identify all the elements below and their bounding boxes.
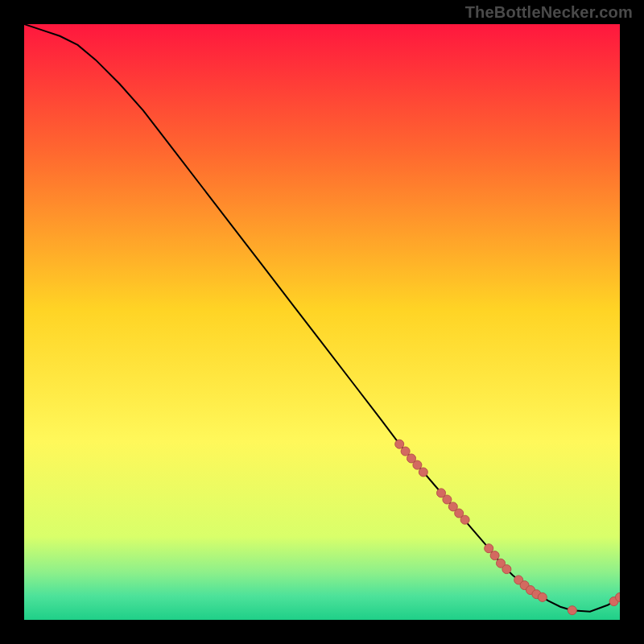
data-point xyxy=(538,592,547,601)
data-point xyxy=(460,515,469,524)
data-point xyxy=(443,495,452,504)
data-point xyxy=(502,565,511,574)
data-point xyxy=(490,551,499,560)
data-point xyxy=(419,468,427,477)
chart-svg xyxy=(24,24,620,620)
data-point xyxy=(568,606,576,615)
plot-frame xyxy=(24,24,620,620)
data-point xyxy=(401,447,410,456)
data-point xyxy=(413,460,422,469)
watermark-text: TheBottleNecker.com xyxy=(465,3,633,22)
data-point xyxy=(395,440,404,448)
data-point xyxy=(485,544,493,553)
chart-stage: TheBottleNecker.com xyxy=(0,0,644,644)
gradient-background xyxy=(24,24,620,620)
